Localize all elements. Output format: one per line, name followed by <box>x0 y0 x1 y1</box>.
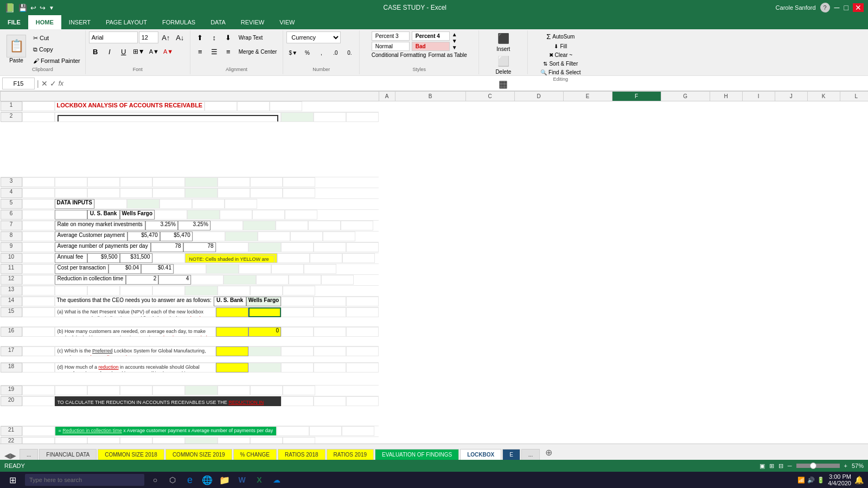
restore-icon[interactable]: □ <box>844 3 848 12</box>
format-as-table-button[interactable]: Format as Table <box>428 52 467 58</box>
formula-body[interactable]: = Reduction in collection time x Average… <box>55 426 277 436</box>
next-sheet-icon[interactable]: ▶ <box>10 451 16 460</box>
cell-reference-box[interactable] <box>2 78 35 89</box>
font-increase-button[interactable]: A↑ <box>159 31 173 43</box>
page-layout-view-icon[interactable]: ⊞ <box>769 463 774 470</box>
question-d[interactable]: (d) How much of a reduction in accounts … <box>55 363 216 373</box>
wells-fargo-header[interactable]: Wells Fargo <box>120 210 155 220</box>
fill-color-button[interactable]: A▼ <box>148 47 161 56</box>
questions-header[interactable]: The questions that the CEO needs you to … <box>55 297 214 306</box>
sheet-tab-percent-change[interactable]: % CHANGE <box>233 449 277 460</box>
row8-wf[interactable]: $5,470 <box>160 232 193 241</box>
styles-scroll-down[interactable]: ▼ <box>452 38 457 44</box>
row12-us[interactable]: 2 <box>126 275 158 285</box>
col-header-a[interactable]: A <box>379 92 395 101</box>
battery-icon[interactable]: 🔋 <box>817 477 825 484</box>
notifications-icon[interactable]: 🔔 <box>854 476 864 484</box>
q-b-wf-answer[interactable]: 0 <box>248 327 281 337</box>
tab-data[interactable]: DATA <box>203 15 233 29</box>
row8-label[interactable]: Average Customer payment <box>55 232 127 241</box>
col-header-k[interactable]: K <box>807 92 840 101</box>
percent-button[interactable]: % <box>301 47 314 59</box>
autosum-button[interactable]: Σ AutoSum <box>545 31 576 42</box>
col-header-c[interactable]: C <box>465 92 514 101</box>
col-header-d[interactable]: D <box>514 92 563 101</box>
tab-formulas[interactable]: FORMULAS <box>155 15 203 29</box>
font-name-input[interactable] <box>89 31 138 43</box>
taskbar-word-icon[interactable]: W <box>235 473 248 486</box>
copy-button[interactable]: ⧉ Copy <box>31 45 82 54</box>
sort-filter-button[interactable]: ⇅ Sort & Filter <box>541 60 579 68</box>
us-bank-header[interactable]: U. S. Bank <box>87 210 120 220</box>
wrap-text-button[interactable]: Wrap Text <box>236 31 266 43</box>
col-header-h[interactable]: H <box>710 92 742 101</box>
clock-time[interactable]: 3:00 PM <box>828 473 851 480</box>
align-right-button[interactable]: ≡ <box>222 46 235 57</box>
col-header-j[interactable]: J <box>775 92 807 101</box>
tab-insert[interactable]: INSERT <box>61 15 98 29</box>
col-header-e[interactable]: E <box>563 92 612 101</box>
align-left-button[interactable]: ≡ <box>194 46 207 57</box>
question-c[interactable]: (c) Which is the Preferred Lockbox Syste… <box>55 346 216 356</box>
zoom-minus-icon[interactable]: ─ <box>788 463 792 469</box>
clock-date[interactable]: 4/4/2020 <box>828 480 851 486</box>
align-top-button[interactable]: ⬆ <box>194 31 207 43</box>
col-header-i[interactable]: I <box>742 92 775 101</box>
formula-input[interactable] <box>66 78 866 89</box>
paste-button[interactable]: 📋 Paste <box>3 34 29 65</box>
cut-button[interactable]: ✂ Cut <box>31 34 82 43</box>
volume-icon[interactable]: 🔊 <box>807 477 815 484</box>
taskbar-excel-icon[interactable]: X <box>253 473 266 486</box>
font-color-button[interactable]: A▼ <box>162 47 175 56</box>
styles-scroll-up[interactable]: ▲ <box>452 32 457 37</box>
page-break-view-icon[interactable]: ⊟ <box>778 463 783 470</box>
format-painter-button[interactable]: 🖌 Format Painter <box>31 56 82 65</box>
prev-sheet-icon[interactable]: ◀ <box>4 451 10 460</box>
tab-page-layout[interactable]: PAGE LAYOUT <box>98 15 155 29</box>
cell-g2[interactable] <box>281 112 314 122</box>
bold-button[interactable]: B <box>89 46 102 57</box>
clear-button[interactable]: ✖ Clear ~ <box>547 51 575 59</box>
accounting-button[interactable]: $▼ <box>286 47 299 59</box>
underline-button[interactable]: U <box>117 46 130 57</box>
network-icon[interactable]: 📶 <box>797 477 805 484</box>
row12-label[interactable]: Reduction in collection time <box>55 275 126 285</box>
row11-us[interactable]: $0.04 <box>108 264 141 274</box>
redo-icon[interactable]: ↪ <box>40 4 46 12</box>
taskbar-search-input[interactable] <box>25 474 144 486</box>
italic-button[interactable]: I <box>103 46 116 57</box>
tab-view[interactable]: VIEW <box>272 15 302 29</box>
percent3-style[interactable]: Percent 3 <box>372 31 410 41</box>
q-wf-header[interactable]: Wells Fargo <box>246 297 282 306</box>
tab-review[interactable]: REVIEW <box>233 15 272 29</box>
percent4-style[interactable]: Percent 4 <box>412 31 450 41</box>
sheet-tab-ellipsis-left[interactable]: ... <box>20 449 38 460</box>
question-b[interactable]: (b) How many customers are needed, on av… <box>55 327 216 337</box>
grid-scroll[interactable]: A B C D E F G H I J K L M N O <box>0 91 868 444</box>
row7-wf[interactable]: 3.25% <box>178 221 210 230</box>
taskbar-explorer-icon[interactable]: 📁 <box>218 473 231 486</box>
find-select-button[interactable]: 🔍 Find & Select <box>539 68 582 76</box>
bad-style[interactable]: Bad <box>412 42 450 51</box>
cell-g1[interactable] <box>205 101 237 111</box>
taskbar-search-icon[interactable]: ○ <box>149 473 162 486</box>
function-insert-icon[interactable]: fx <box>59 80 63 87</box>
question-a[interactable]: (a) What is the Net Present Value (NPV) … <box>55 307 216 317</box>
row9-us[interactable]: 78 <box>151 242 183 252</box>
cancel-formula-icon[interactable]: ✕ <box>41 79 48 88</box>
sheet-tab-evaluation[interactable]: EVALUATION OF FINDINGS <box>375 449 459 460</box>
cell-a1[interactable] <box>22 101 55 111</box>
col-header-f[interactable]: F <box>612 92 661 101</box>
taskbar-task-view-icon[interactable]: ⬡ <box>166 473 179 486</box>
taskbar-onedrive-icon[interactable]: ☁ <box>270 473 283 486</box>
row11-label[interactable]: Cost per transaction <box>55 264 109 274</box>
row8-us[interactable]: $5,470 <box>127 232 160 241</box>
row12-wf[interactable]: 4 <box>158 275 191 285</box>
zoom-bar[interactable] <box>796 464 840 468</box>
conditional-formatting-button[interactable]: Conditional Formatting <box>372 52 426 58</box>
sheet-tab-common-size-2018[interactable]: COMMON SIZE 2018 <box>98 449 164 460</box>
sheet-tab-ratios-2018[interactable]: RATIOS 2018 <box>278 449 326 460</box>
row10-wf[interactable]: $31,500 <box>120 253 152 263</box>
taskbar-chrome-icon[interactable]: 🌐 <box>201 473 214 486</box>
cell-h1[interactable] <box>237 101 270 111</box>
